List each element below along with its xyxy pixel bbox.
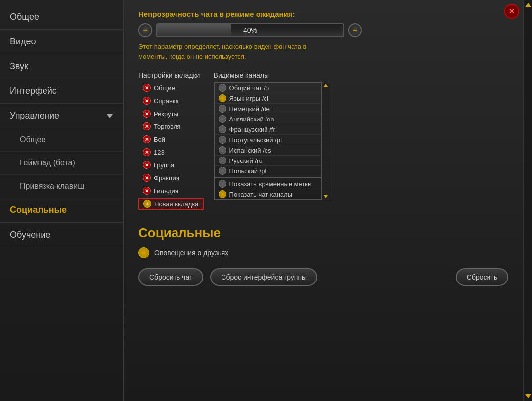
sidebar-item-social[interactable]: Социальные [0,198,123,223]
remove-tab-icon: ✕ [143,174,151,182]
sidebar-item-control-keybind[interactable]: Привязка клавиш [0,175,123,198]
toggle-icon-on[interactable] [138,247,149,258]
remove-tab-icon: ✕ [143,161,151,169]
channels-col: Видимые каналы Общий чат /о Язык игры /c… [214,71,322,210]
scroll-down-arrow[interactable] [525,394,531,398]
content-area: ✕ Непрозрачность чата в режиме ожидания:… [124,0,523,401]
close-button[interactable]: ✕ [504,4,519,19]
plus-icon: + [353,26,357,35]
reset-button[interactable]: Сбросить [456,268,508,286]
channel-icon [219,146,226,154]
channels-box: Общий чат /о Язык игры /cl Немецкий /de [214,82,322,200]
decrease-opacity-button[interactable]: − [138,23,152,37]
remove-tab-icon: ✕ [143,187,151,195]
channel-game-lang[interactable]: Язык игры /cl [215,93,321,104]
minus-icon: − [143,26,147,35]
main-container: Общее Видео Звук Интерфейс Управление Об… [0,0,532,401]
sidebar-item-general[interactable]: Общее [0,5,123,30]
friend-notifications-label: Оповещения о друзьях [154,249,228,257]
main-scrollbar [523,0,532,401]
remove-tab-icon: ✕ [143,122,151,130]
tab-item-help[interactable]: ✕ Справка [138,95,204,107]
remove-tab-icon: ✕ [143,84,151,92]
opacity-hint: Этот параметр определяет, насколько виде… [138,42,326,61]
sidebar-item-interface[interactable]: Интерфейс [0,79,123,104]
opacity-value: 40% [243,26,257,34]
sidebar-item-video[interactable]: Видео [0,30,123,54]
channel-icon [219,125,226,133]
checkbox-icon-off [219,180,226,188]
tab-item-new[interactable]: + Новая вкладка [138,198,204,210]
channel-icon-active [219,94,226,102]
reset-chat-button[interactable]: Сбросить чат [138,268,203,286]
add-tab-icon: + [143,200,151,208]
separator [215,177,321,178]
channel-icon [219,167,226,175]
checkbox-timestamps[interactable]: Показать временные метки [215,179,321,189]
opacity-label: Непрозрачность чата в режиме ожидания: [138,10,508,18]
tab-item-trade[interactable]: ✕ Торговля [138,120,204,132]
tab-item-faction[interactable]: ✕ Фракция [138,172,204,184]
tab-item-guild[interactable]: ✕ Гильдия [138,185,204,197]
channel-russian[interactable]: Русский /ru [215,156,321,166]
remove-tab-icon: ✕ [143,148,151,156]
scroll-up-arrow[interactable] [525,3,531,7]
reset-group-ui-button[interactable]: Сброс интерфейса группы [210,268,317,286]
channel-icon [219,157,226,164]
tab-settings-area: Настройки вкладки ✕ Общие ✕ Справка ✕ Ре… [138,71,508,210]
tab-settings-col: Настройки вкладки ✕ Общие ✕ Справка ✕ Ре… [138,71,204,210]
sidebar-item-tutorial[interactable]: Обучение [0,223,123,247]
tab-settings-label: Настройки вкладки [138,71,204,79]
tab-item-group[interactable]: ✕ Группа [138,159,204,171]
sidebar-item-sound[interactable]: Звук [0,54,123,79]
opacity-slider[interactable]: 40% [156,23,344,37]
slider-fill [157,24,231,36]
increase-opacity-button[interactable]: + [348,23,362,37]
bottom-buttons: Сбросить чат Сброс интерфейса группы Сбр… [138,268,508,286]
sidebar: Общее Видео Звук Интерфейс Управление Об… [0,0,124,401]
channels-scrollbar [323,82,329,200]
tab-item-general[interactable]: ✕ Общие [138,82,204,94]
remove-tab-icon: ✕ [143,110,151,118]
channel-general-chat[interactable]: Общий чат /о [215,83,321,93]
channel-polish[interactable]: Польский /pl [215,166,321,176]
channel-english[interactable]: Английский /en [215,114,321,124]
channel-icon [219,115,226,123]
channels-wrapper: Общий чат /о Язык игры /cl Немецкий /de [214,82,322,200]
checkbox-channels[interactable]: Показать чат-каналы [215,189,321,199]
channel-icon [219,105,226,113]
tab-item-123[interactable]: ✕ 123 [138,146,204,158]
channel-spanish[interactable]: Испанский /es [215,145,321,156]
channel-french[interactable]: Французский /fr [215,124,321,135]
tab-item-recruits[interactable]: ✕ Рекруты [138,108,204,120]
checkbox-icon-on [219,190,226,198]
channel-portuguese[interactable]: Португальский /pt [215,135,321,145]
social-friend-notifications: Оповещения о друзьях [138,247,508,258]
channel-icon [219,84,226,92]
close-icon: ✕ [509,7,515,15]
sidebar-item-control[interactable]: Управление [0,104,123,128]
tab-item-combat[interactable]: ✕ Бой [138,133,204,145]
channels-label: Видимые каналы [214,71,322,79]
channel-german[interactable]: Немецкий /de [215,104,321,114]
opacity-slider-row: − 40% + [138,23,508,37]
sidebar-item-control-gamepad[interactable]: Геймпад (бета) [0,152,123,175]
remove-tab-icon: ✕ [143,135,151,143]
tab-list: ✕ Общие ✕ Справка ✕ Рекруты ✕ Торговля [138,82,204,210]
sidebar-item-control-general[interactable]: Общее [0,128,123,152]
channel-icon [219,136,226,144]
remove-tab-icon: ✕ [143,97,151,105]
channels-scroll-up[interactable] [324,84,328,87]
chevron-down-icon [107,114,113,118]
social-section-title: Социальные [138,225,508,241]
channels-scroll-down[interactable] [324,195,328,198]
